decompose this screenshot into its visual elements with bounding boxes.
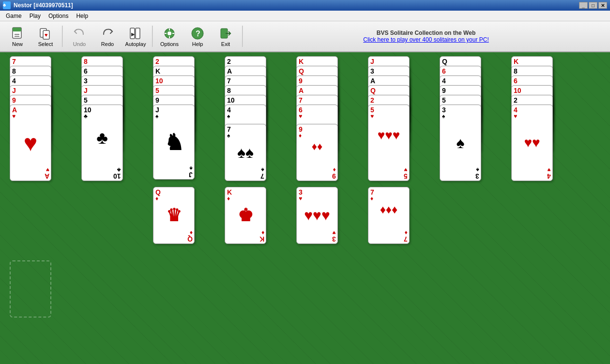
select-icon: ♥ <box>38 26 53 41</box>
info-line1: BVS Solitaire Collection on the Web <box>246 30 606 36</box>
help-button[interactable]: ? Help <box>184 23 211 50</box>
restore-button[interactable]: □ <box>589 2 597 9</box>
card-js[interactable]: J♠ ♞ J♠ <box>153 105 195 180</box>
info-line2: Click here to play over 400 solitaires o… <box>246 36 606 43</box>
menu-play[interactable]: Play <box>26 12 45 20</box>
svg-text:♥: ♥ <box>45 32 48 38</box>
svg-text:?: ? <box>196 30 200 38</box>
select-button[interactable]: ♥ Select <box>32 23 59 50</box>
card-qd[interactable]: Q♦ ♛ Q♦ <box>153 187 195 244</box>
menu-options[interactable]: Options <box>45 12 72 20</box>
empty-slot[interactable] <box>10 260 51 318</box>
new-button[interactable]: New <box>4 23 31 50</box>
help-icon: ? <box>190 26 205 41</box>
card-3s[interactable]: 3♠ ♠ 3♠ <box>440 105 481 181</box>
svg-rect-8 <box>136 28 140 39</box>
toolbar-info[interactable]: BVS Solitaire Collection on the Web Clic… <box>246 30 606 43</box>
svg-text:▶: ▶ <box>131 31 135 37</box>
game-area[interactable]: 7♥ 7♥ 8♣ 4♣ J♥ 👑 9♦ A♥ ♥ A♥ 8♥ 6♣ 3♣ J♦ … <box>0 52 610 364</box>
autoplay-label: Autoplay <box>125 41 146 47</box>
svg-rect-1 <box>13 28 21 31</box>
autoplay-button[interactable]: ▶ Autoplay <box>122 23 149 50</box>
undo-button[interactable]: Undo <box>66 23 93 50</box>
card-10c[interactable]: 10♣ ♣ 10♣ <box>81 105 123 181</box>
redo-button[interactable]: Redo <box>94 23 121 50</box>
card-7d2[interactable]: 7♦ ♦♦♦ 7♦ <box>368 187 410 244</box>
exit-icon <box>218 26 233 41</box>
card-ah[interactable]: A♥ ♥ A♥ <box>10 105 51 181</box>
select-label: Select <box>38 41 53 47</box>
undo-icon <box>72 26 87 41</box>
new-label: New <box>12 41 23 47</box>
redo-label: Redo <box>101 41 114 47</box>
exit-label: Exit <box>221 41 230 47</box>
new-icon <box>10 26 25 41</box>
minimize-button[interactable]: _ <box>579 2 588 9</box>
menu-bar: Game Play Options Help <box>0 11 610 21</box>
menu-help[interactable]: Help <box>72 12 92 20</box>
undo-label: Undo <box>73 41 86 47</box>
card-3h[interactable]: 3♥ ♥♥♥ 3♥ <box>296 187 338 244</box>
card-5h[interactable]: 5♥ ♥♥♥ 5♥ <box>368 105 410 181</box>
redo-icon <box>100 26 115 41</box>
menu-game[interactable]: Game <box>2 12 26 20</box>
card-7s2[interactable]: 7♠ ♠♠ 7♠ <box>225 124 266 181</box>
options-icon <box>162 26 177 41</box>
window-title: Nestor [#4039970511] <box>14 2 578 9</box>
title-bar: ♠ Nestor [#4039970511] _ □ ✕ <box>0 0 610 11</box>
card-kd[interactable]: K♦ ♚ K♦ <box>225 187 266 244</box>
sep2 <box>152 26 153 47</box>
sep1 <box>62 26 63 47</box>
card-9d2[interactable]: 9♦ ♦♦ 9♦ <box>296 124 338 181</box>
app-icon: ♠ <box>3 1 11 9</box>
exit-button[interactable]: Exit <box>212 23 239 50</box>
autoplay-icon: ▶ <box>128 26 143 41</box>
options-label: Options <box>160 41 179 47</box>
help-label: Help <box>192 41 203 47</box>
close-button[interactable]: ✕ <box>598 2 607 9</box>
card-4h[interactable]: 4♥ ♥♥ 4♥ <box>511 105 553 181</box>
svg-point-11 <box>168 31 171 35</box>
toolbar: New ♥ Select Undo Redo <box>0 21 610 52</box>
sep3 <box>242 26 243 47</box>
options-button[interactable]: Options <box>156 23 183 50</box>
